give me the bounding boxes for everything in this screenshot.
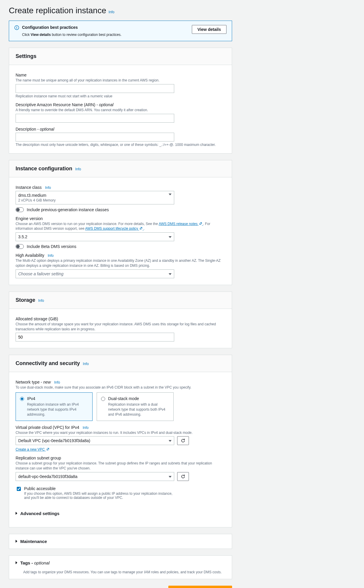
- svg-rect-2: [16, 26, 17, 27]
- maintenance-title: Maintenance: [20, 539, 47, 544]
- vpc-label: Virtual private cloud (VPC) for IPv4 Inf…: [16, 425, 225, 430]
- chevron-down-icon: [169, 476, 172, 478]
- tags-desc: Add tags to organize your DMS resources.…: [9, 570, 232, 579]
- settings-card: Settings Name The name must be unique am…: [9, 48, 232, 154]
- page-info-link[interactable]: Info: [109, 10, 115, 14]
- instance-class-select[interactable]: dms.t3.medium 2 vCPUs 4 GiB Memory: [16, 191, 174, 204]
- ha-label: High Availability Info: [16, 253, 225, 258]
- public-accessible-desc: If you choose this option, AWS DMS will …: [24, 492, 177, 500]
- network-type-info-link[interactable]: Info: [54, 380, 60, 384]
- chevron-right-icon: [16, 512, 17, 515]
- banner-title: Configuration best practices: [22, 25, 189, 30]
- external-link-icon: [199, 222, 202, 225]
- arn-desc: A friendly name to override the default …: [16, 108, 225, 113]
- banner-desc: Click View details button to review conf…: [22, 33, 189, 37]
- dual-title: Dual-stack mode: [108, 396, 169, 401]
- vpc-refresh-button[interactable]: [177, 436, 189, 445]
- beta-toggle[interactable]: [16, 244, 24, 249]
- maintenance-header[interactable]: Maintenance: [9, 534, 232, 549]
- description-input[interactable]: [16, 133, 174, 141]
- instance-config-header: Instance configuration Info: [9, 160, 232, 177]
- allocated-storage-desc: Choose the amount of storage space you w…: [16, 322, 225, 332]
- description-help: The description must only have unicode l…: [16, 143, 225, 147]
- network-type-ipv4-tile[interactable]: IPv4 Replication instance with an IPv4 n…: [16, 392, 93, 421]
- network-type-desc: To use dual-stack mode, make sure that y…: [16, 385, 225, 390]
- dual-desc: Replication instance with a dual network…: [108, 402, 169, 417]
- refresh-icon: [181, 474, 185, 479]
- vpc-desc: Choose the VPC where you want your repli…: [16, 430, 225, 435]
- external-link-icon: [46, 448, 49, 451]
- arn-label: Descriptive Amazon Resource Name (ARN) -…: [16, 102, 225, 107]
- instance-class-info-link[interactable]: Info: [45, 186, 51, 190]
- beta-toggle-label: Include Beta DMS versions: [27, 244, 76, 249]
- subnet-refresh-button[interactable]: [177, 472, 189, 481]
- network-type-dual-tile[interactable]: Dual-stack mode Replication instance wit…: [97, 392, 174, 421]
- allocated-storage-input[interactable]: [16, 333, 174, 342]
- external-link-icon: [140, 227, 142, 230]
- advanced-settings-expander[interactable]: Advanced settings: [16, 506, 225, 521]
- connectivity-card: Connectivity and security Info Network t…: [9, 355, 232, 527]
- arn-input[interactable]: [16, 114, 174, 123]
- ipv4-desc: Replication instance with an IPv4 networ…: [27, 402, 88, 417]
- ha-info-link[interactable]: Info: [48, 254, 53, 258]
- storage-info-link[interactable]: Info: [38, 299, 44, 303]
- connectivity-info-link[interactable]: Info: [83, 362, 89, 366]
- ha-select[interactable]: Choose a failover setting: [16, 269, 174, 278]
- lifecycle-policy-link[interactable]: AWS DMS support lifecycle policy: [85, 226, 144, 231]
- name-label: Name: [16, 73, 225, 77]
- network-type-label: Network type - new Info: [16, 380, 225, 384]
- refresh-icon: [181, 438, 185, 443]
- name-desc: The name must be unique among all of you…: [16, 78, 225, 83]
- vpc-select[interactable]: Default VPC (vpc-0eeda7b0193f3da8a): [16, 436, 174, 445]
- public-accessible-checkbox[interactable]: [17, 487, 21, 491]
- prev-gen-toggle-label: Include previous-generation instance cla…: [27, 207, 109, 212]
- instance-config-card: Instance configuration Info Instance cla…: [9, 160, 232, 285]
- tags-header[interactable]: Tags - optional: [9, 556, 232, 570]
- create-button[interactable]: Create replication instance: [168, 586, 232, 588]
- prev-gen-toggle[interactable]: [16, 207, 24, 212]
- instance-class-sub: 2 vCPUs 4 GiB Memory: [18, 198, 56, 202]
- subnet-select[interactable]: default-vpc-0eeda7b0193f3da8a: [16, 472, 174, 481]
- name-help: Replication instance name must not start…: [16, 94, 225, 98]
- instance-class-label: Instance class Info: [16, 185, 225, 190]
- engine-version-value: 3.5.2: [18, 234, 27, 239]
- footer-actions: Cancel Create replication instance: [9, 586, 232, 588]
- instance-config-info-link[interactable]: Info: [75, 167, 81, 171]
- page-title-text: Create replication instance: [9, 6, 106, 15]
- chevron-down-icon: [169, 194, 172, 195]
- settings-header: Settings: [9, 48, 232, 65]
- connectivity-header: Connectivity and security Info: [9, 355, 232, 372]
- chevron-down-icon: [169, 273, 172, 275]
- advanced-settings-title: Advanced settings: [20, 511, 59, 516]
- chevron-right-icon: [16, 540, 17, 543]
- engine-version-desc: Choose an AWS DMS version to run on your…: [16, 221, 225, 231]
- ha-placeholder: Choose a failover setting: [18, 271, 63, 276]
- subnet-desc: Choose a subnet group for your replicati…: [16, 461, 225, 471]
- page-title: Create replication instance Info: [9, 6, 355, 15]
- view-details-button[interactable]: View details: [192, 25, 227, 34]
- subnet-value: default-vpc-0eeda7b0193f3da8a: [18, 474, 78, 479]
- engine-version-select[interactable]: 3.5.2: [16, 232, 174, 241]
- radio-icon: [101, 397, 105, 401]
- maintenance-expander: Maintenance: [9, 534, 232, 549]
- vpc-info-link[interactable]: Info: [83, 426, 89, 430]
- chevron-down-icon: [169, 440, 172, 442]
- allocated-storage-label: Allocated storage (GiB): [16, 317, 225, 321]
- chevron-right-icon: [16, 561, 17, 564]
- ha-desc: The Multi-AZ option deploys a primary re…: [16, 258, 225, 268]
- ipv4-title: IPv4: [27, 396, 88, 401]
- svg-rect-1: [16, 27, 17, 29]
- create-vpc-link[interactable]: Create a new VPC: [16, 447, 49, 452]
- engine-version-label: Engine version: [16, 216, 225, 221]
- name-input[interactable]: [16, 84, 174, 93]
- tags-title: Tags - optional: [20, 560, 50, 565]
- storage-card: Storage Info Allocated storage (GiB) Cho…: [9, 291, 232, 349]
- radio-icon: [20, 397, 24, 401]
- cancel-button[interactable]: Cancel: [144, 586, 165, 588]
- description-label: Description - optional: [16, 127, 225, 131]
- info-icon: [14, 25, 19, 30]
- release-notes-link[interactable]: AWS DMS release notes: [159, 222, 203, 226]
- instance-class-value: dms.t3.medium: [18, 193, 56, 198]
- tags-expander: Tags - optional Add tags to organize you…: [9, 555, 232, 579]
- chevron-down-icon: [169, 236, 172, 238]
